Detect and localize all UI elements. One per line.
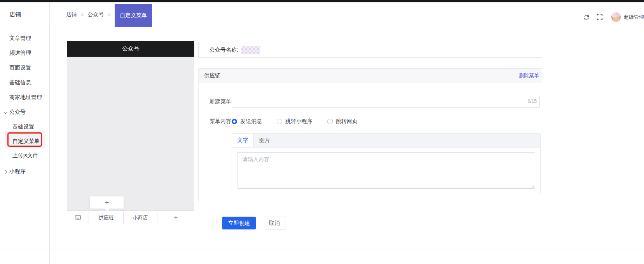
sidebar-group-official-account[interactable]: 公众号 bbox=[0, 105, 49, 120]
phone-menu-add-button[interactable]: + bbox=[157, 211, 194, 224]
sidebar-group-mini-program[interactable]: 小程序 bbox=[0, 164, 49, 179]
radio-unselected-icon bbox=[277, 119, 282, 124]
breadcrumb-separator: > bbox=[81, 12, 84, 17]
user-name[interactable]: 超级管理 bbox=[624, 14, 644, 21]
menu-edit-section: 供应链 删除菜单 新建菜单 0/15 菜单内容 发送消息 跳转小程序 跳转网页 bbox=[198, 68, 542, 201]
content-type-radio-group: 发送消息 跳转小程序 跳转网页 bbox=[232, 118, 358, 125]
tab-content bbox=[232, 148, 540, 193]
topbar: 店铺 店铺 > 公众号 > 自定义菜单 超级管理 bbox=[0, 2, 644, 27]
chevron-down-icon bbox=[3, 110, 7, 114]
sidebar-item-page-settings[interactable]: 页面设置 bbox=[0, 61, 49, 75]
app-logo[interactable]: 店铺 bbox=[0, 2, 50, 27]
refresh-icon[interactable] bbox=[583, 14, 590, 21]
create-now-button[interactable]: 立即创建 bbox=[222, 217, 256, 229]
breadcrumb: 店铺 > 公众号 > 自定义菜单 bbox=[66, 2, 152, 27]
radio-send-message[interactable]: 发送消息 bbox=[232, 118, 262, 125]
menu-name-input-wrap: 0/15 bbox=[232, 96, 540, 108]
topbar-right: 超级管理 bbox=[583, 5, 644, 30]
menu-content-label: 菜单内容 bbox=[209, 118, 232, 125]
radio-jump-webpage[interactable]: 跳转网页 bbox=[327, 118, 358, 125]
breadcrumb-item-official-account[interactable]: 公众号 bbox=[88, 11, 104, 18]
redacted-account-name bbox=[241, 46, 260, 54]
account-name-label: 公众号名称: bbox=[209, 47, 238, 54]
phone-body: + bbox=[67, 57, 194, 210]
menu-name-input[interactable] bbox=[232, 96, 540, 108]
phone-preview: 公众号 + 供应链 小商店 + bbox=[67, 41, 194, 224]
message-icon bbox=[75, 215, 81, 221]
char-counter: 0/15 bbox=[528, 99, 537, 104]
sidebar-item-basic-settings[interactable]: 基础设置 bbox=[0, 120, 49, 134]
sidebar-item-merchant-address[interactable]: 商家地址管理 bbox=[0, 90, 49, 105]
menu-content-row: 菜单内容 发送消息 跳转小程序 跳转网页 bbox=[199, 117, 542, 126]
message-content-panel: 文字 图片 bbox=[232, 133, 541, 193]
sidebar-item-basic-info[interactable]: 基础信息 bbox=[0, 75, 49, 90]
account-name-box: 公众号名称: bbox=[198, 42, 542, 58]
phone-menu-bar: 供应链 小商店 + bbox=[67, 210, 194, 224]
content-tab-bar: 文字 图片 bbox=[232, 134, 540, 148]
radio-jump-mini-program[interactable]: 跳转小程序 bbox=[277, 118, 312, 125]
phone-menu-tab-small-shop[interactable]: 小商店 bbox=[124, 211, 157, 224]
delete-menu-link[interactable]: 删除菜单 bbox=[519, 72, 539, 79]
tab-image[interactable]: 图片 bbox=[254, 134, 276, 147]
phone-title: 公众号 bbox=[122, 45, 140, 52]
phone-title-bar: 公众号 bbox=[67, 41, 194, 57]
menu-name-row: 新建菜单 0/15 bbox=[199, 96, 542, 108]
cancel-button[interactable]: 取消 bbox=[263, 217, 286, 229]
user-avatar[interactable] bbox=[611, 12, 621, 22]
radio-unselected-icon bbox=[327, 119, 333, 124]
breadcrumb-separator: > bbox=[108, 12, 111, 17]
keyboard-toggle-button[interactable] bbox=[67, 211, 89, 224]
content-bottom-divider bbox=[0, 250, 644, 250]
textarea-wrap bbox=[237, 152, 535, 189]
add-submenu-button[interactable]: + bbox=[90, 196, 124, 209]
menu-section-title: 供应链 bbox=[204, 72, 220, 79]
radio-selected-icon bbox=[232, 119, 237, 124]
sidebar-item-channel-management[interactable]: 频道管理 bbox=[0, 46, 49, 61]
chevron-right-icon bbox=[3, 170, 7, 174]
breadcrumb-item-shop[interactable]: 店铺 bbox=[66, 11, 77, 18]
sidebar: 文章管理 频道管理 页面设置 基础信息 商家地址管理 公众号 基础设置 自定义菜… bbox=[0, 27, 50, 264]
form-actions: 立即创建 取消 bbox=[222, 217, 286, 229]
menu-name-label: 新建菜单 bbox=[209, 98, 232, 105]
sidebar-item-custom-menu[interactable]: 自定义菜单 bbox=[0, 134, 49, 148]
breadcrumb-item-custom-menu-active[interactable]: 自定义菜单 bbox=[115, 4, 152, 27]
content-textarea[interactable] bbox=[237, 152, 535, 189]
fullscreen-icon[interactable] bbox=[596, 14, 603, 21]
phone-menu-tab-supply-chain[interactable]: 供应链 bbox=[89, 211, 124, 224]
sidebar-item-article-management[interactable]: 文章管理 bbox=[0, 31, 49, 46]
sidebar-item-upload-js-file[interactable]: 上传js文件 bbox=[0, 148, 49, 163]
menu-section-header: 供应链 删除菜单 bbox=[199, 69, 542, 83]
tab-text[interactable]: 文字 bbox=[232, 134, 254, 147]
plus-icon: + bbox=[174, 214, 178, 222]
